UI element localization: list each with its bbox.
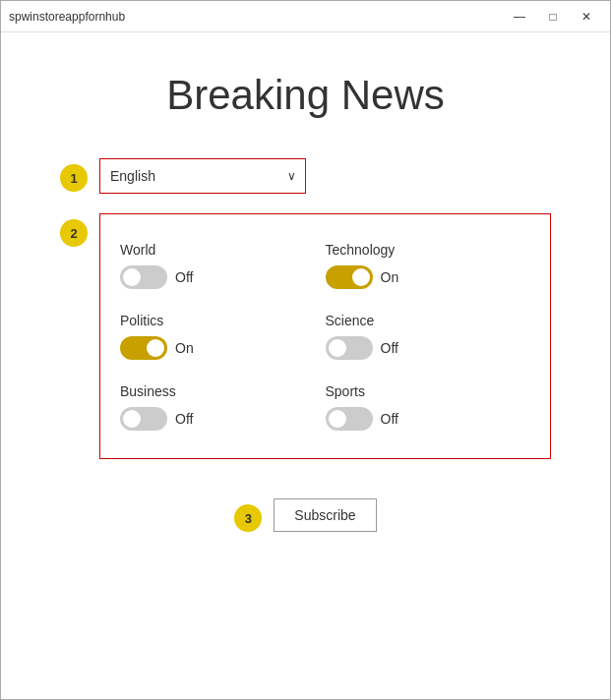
categories-box: World Off Technology	[99, 213, 551, 459]
category-science: Science Off	[326, 301, 531, 372]
window-title: spwinstoreappfornhub	[9, 10, 125, 24]
science-toggle-row: Off	[326, 336, 531, 360]
window-controls: — □ ✕	[504, 7, 602, 27]
category-technology: Technology On	[326, 230, 531, 301]
category-sports: Sports Off	[326, 372, 531, 442]
categories-content: World Off Technology	[99, 213, 551, 459]
sports-toggle-row: Off	[326, 407, 531, 431]
category-politics-label: Politics	[120, 313, 326, 328]
world-toggle-knob	[123, 268, 141, 286]
subscribe-section: 3 Subscribe	[60, 498, 551, 532]
main-content: Breaking News 1 English Spanish French G…	[1, 32, 610, 699]
category-business: Business Off	[120, 372, 326, 442]
world-toggle-row: Off	[120, 265, 326, 289]
language-select[interactable]: English Spanish French German Chinese	[99, 158, 306, 194]
categories-section: 2 World Off	[60, 213, 551, 459]
world-toggle[interactable]	[120, 265, 167, 289]
language-select-wrapper[interactable]: English Spanish French German Chinese	[99, 158, 306, 194]
categories-grid: World Off Technology	[120, 230, 530, 442]
category-sports-label: Sports	[326, 383, 531, 399]
badge-3: 3	[234, 504, 262, 532]
language-section: 1 English Spanish French German Chinese	[60, 158, 551, 194]
badge-1: 1	[60, 164, 88, 192]
app-window: spwinstoreappfornhub — □ ✕ Breaking News…	[0, 0, 611, 700]
badge-2: 2	[60, 219, 88, 247]
politics-toggle-status: On	[175, 340, 194, 356]
science-toggle[interactable]	[326, 336, 373, 360]
maximize-button[interactable]: □	[537, 7, 569, 27]
world-toggle-status: Off	[175, 269, 193, 285]
title-bar: spwinstoreappfornhub — □ ✕	[1, 1, 610, 32]
business-toggle-row: Off	[120, 407, 326, 431]
technology-toggle-row: On	[326, 265, 531, 289]
science-toggle-knob	[329, 339, 346, 357]
politics-toggle[interactable]	[120, 336, 167, 360]
business-toggle[interactable]	[120, 407, 167, 431]
category-science-label: Science	[326, 313, 531, 328]
technology-toggle[interactable]	[326, 265, 373, 289]
science-toggle-status: Off	[381, 340, 398, 356]
minimize-button[interactable]: —	[504, 7, 535, 27]
politics-toggle-knob	[147, 339, 164, 357]
category-politics: Politics On	[120, 301, 326, 372]
category-business-label: Business	[120, 383, 326, 399]
sports-toggle-knob	[329, 410, 346, 428]
page-title: Breaking News	[166, 72, 444, 119]
business-toggle-status: Off	[175, 411, 193, 427]
sports-toggle-status: Off	[381, 411, 398, 427]
sports-toggle[interactable]	[326, 407, 373, 431]
business-toggle-knob	[123, 410, 141, 428]
close-button[interactable]: ✕	[571, 7, 602, 27]
language-content: English Spanish French German Chinese	[99, 158, 551, 194]
politics-toggle-row: On	[120, 336, 326, 360]
technology-toggle-knob	[352, 268, 370, 286]
technology-toggle-status: On	[381, 269, 399, 285]
category-world-label: World	[120, 242, 326, 258]
category-technology-label: Technology	[326, 242, 531, 258]
subscribe-button[interactable]: Subscribe	[274, 498, 376, 532]
category-world: World Off	[120, 230, 326, 301]
